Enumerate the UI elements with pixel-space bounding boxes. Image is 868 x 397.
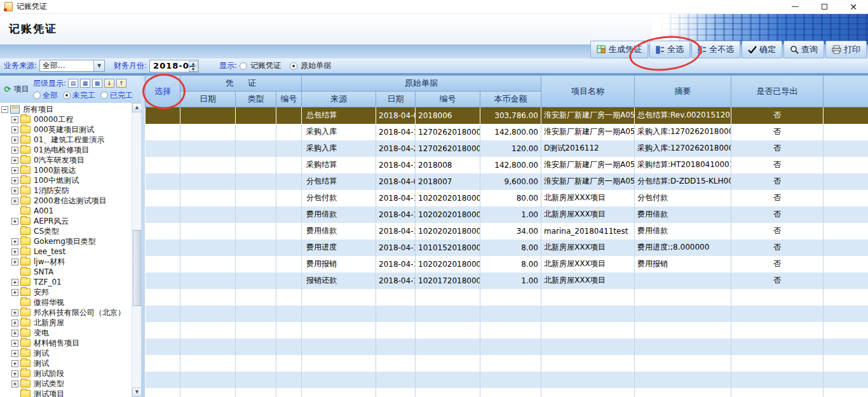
table-row[interactable]: 费用借款2018-04-1210202020180000101.00北新房屋XX… <box>146 206 868 223</box>
select-all-button[interactable]: 全选 <box>649 41 690 58</box>
expand-box-icon[interactable] <box>11 218 18 225</box>
tree-item[interactable]: 安邦 <box>0 287 132 297</box>
spin-up-icon[interactable]: ▲ <box>189 61 198 66</box>
table-row[interactable]: 分包付款2018-04-11102020201800000980.00北新房屋X… <box>146 190 868 206</box>
tree-item[interactable]: TZF_01 <box>0 277 132 287</box>
column-voucher-number[interactable]: 编号 <box>276 91 302 107</box>
expand-box-icon[interactable] <box>11 137 18 144</box>
table-row[interactable]: 采购入库2018-04-251270262018000007120.00D测试2… <box>146 140 868 157</box>
expand-box-icon[interactable] <box>11 350 18 357</box>
tree-item[interactable]: Lee_test <box>0 246 132 257</box>
tree-item[interactable]: 变电 <box>0 328 132 338</box>
expand-box-icon[interactable] <box>11 167 18 174</box>
expand-box-icon[interactable] <box>11 177 18 184</box>
query-button[interactable]: 查询 <box>783 41 824 58</box>
tree-item[interactable]: 邦永科技有限公司（北京） <box>0 307 132 318</box>
tree-root[interactable]: 所有项目 <box>0 104 132 114</box>
tree-item[interactable]: 测试 <box>0 348 132 358</box>
close-button[interactable]: ✕ <box>839 0 868 14</box>
tree-item[interactable]: 1000新视达 <box>0 165 132 175</box>
expand-box-icon[interactable] <box>11 187 18 194</box>
status-option-finished[interactable]: 已完工 <box>100 90 133 101</box>
column-exported[interactable]: 是否已导出 <box>731 76 824 107</box>
restore-button[interactable] <box>810 0 839 14</box>
tree-item[interactable]: 01热电检修项目 <box>0 145 132 155</box>
expand-box-icon[interactable] <box>11 126 18 133</box>
expand-box-icon[interactable] <box>11 289 18 296</box>
tree-item[interactable]: 100中燃测试 <box>0 175 132 185</box>
refresh-icon[interactable]: ⟳ <box>4 84 11 94</box>
tree-item[interactable]: 测试项目 <box>0 389 132 397</box>
minimize-button[interactable] <box>780 0 810 14</box>
column-summary[interactable]: 摘要 <box>635 76 731 107</box>
column-original-date[interactable]: 日期 <box>376 91 416 107</box>
table-row[interactable]: 报销还款2018-04-1210201720180000031.00北新房屋XX… <box>146 273 868 289</box>
table-row[interactable]: 分包结算2018-04-0920180079,600.00淮安新厂新建厂房一期A… <box>146 173 868 190</box>
table-row[interactable]: 采购入库2018-04-101270262018000005142,800.00… <box>146 124 868 140</box>
tree-item[interactable]: 测试阶段 <box>0 368 132 379</box>
tree-item[interactable]: 傲得华视 <box>0 297 132 307</box>
collapse-up-icon[interactable]: ↑ <box>116 79 126 88</box>
tree-item[interactable]: 测试类型 <box>0 379 132 389</box>
expand-box-icon[interactable] <box>11 279 18 286</box>
tree-item[interactable]: AEPR风云 <box>0 216 132 226</box>
expand-box-icon[interactable] <box>11 330 18 337</box>
expand-box-icon[interactable] <box>11 248 18 255</box>
expand-box-icon[interactable] <box>11 198 18 205</box>
column-project[interactable]: 项目名称 <box>541 76 635 107</box>
tree-item[interactable]: 2000君信达测试项目 <box>0 196 132 206</box>
display-option-original[interactable]: 原始单据 <box>290 60 331 71</box>
tree-item[interactable]: 1消防安防 <box>0 185 132 196</box>
business-source-select[interactable]: 全部... ▼ <box>39 60 105 72</box>
expand-box-icon[interactable] <box>11 309 18 316</box>
tree-item[interactable]: 000英建项目测试 <box>0 124 132 135</box>
print-button[interactable]: 打印 <box>825 41 867 58</box>
tree-item[interactable]: 测试 <box>0 358 132 368</box>
tree-scrollbar[interactable]: ▲ ▼ <box>132 103 141 397</box>
tree-item[interactable]: 00000工程 <box>0 114 132 124</box>
tree-item[interactable]: CS类型 <box>0 226 132 236</box>
tree-item[interactable]: 北新房屋 <box>0 318 132 328</box>
expand-box-icon[interactable] <box>11 157 18 164</box>
select-none-button[interactable]: 全不选 <box>691 41 740 58</box>
partial-view-icon[interactable]: ▦ <box>80 79 90 88</box>
tree-item[interactable]: SNTA <box>0 267 132 277</box>
column-voucher-date[interactable]: 日期 <box>180 91 236 107</box>
table-row[interactable]: 采购结算2018-04-102018008142,800.00淮安新厂新建厂房一… <box>146 157 868 173</box>
status-option-unfinished[interactable]: 未完工 <box>63 90 95 101</box>
scrollbar-thumb[interactable] <box>133 230 141 306</box>
expand-down-icon[interactable]: ↓ <box>104 79 114 88</box>
collapse-box-icon[interactable] <box>1 106 8 113</box>
tree-item[interactable]: A001 <box>0 206 132 216</box>
expand-box-icon[interactable] <box>11 320 18 326</box>
confirm-button[interactable]: 确定 <box>742 41 782 58</box>
table-row[interactable]: 费用报销2018-04-1210202020180000128.00北新房屋XX… <box>146 256 868 273</box>
expand-box-icon[interactable] <box>11 340 18 347</box>
spin-down-icon[interactable]: ▼ <box>189 67 198 72</box>
fiscal-month-spinner[interactable]: 2018-04 ▲ ▼ <box>149 60 199 72</box>
status-option-all[interactable]: 全部 <box>33 90 58 101</box>
table-row[interactable]: 费用进度2018-04-1210101520180000118.00北新房屋XX… <box>146 239 868 256</box>
column-source[interactable]: 来源 <box>302 91 376 107</box>
expand-box-icon[interactable] <box>11 380 18 387</box>
expand-box-icon[interactable] <box>11 370 18 377</box>
display-option-voucher[interactable]: 记账凭证 <box>240 60 281 71</box>
tree-view-icon[interactable]: ▤ <box>68 79 78 88</box>
scroll-down-icon[interactable]: ▼ <box>132 387 142 397</box>
expand-box-icon[interactable] <box>11 147 18 154</box>
expand-box-icon[interactable] <box>11 238 18 245</box>
dropdown-arrow-icon[interactable]: ▼ <box>93 60 104 71</box>
expand-box-icon[interactable] <box>11 360 18 367</box>
grid-view-icon[interactable]: ▩ <box>92 79 102 88</box>
column-voucher-type[interactable]: 类型 <box>236 91 276 107</box>
generate-voucher-button[interactable]: 生成凭证 <box>590 41 648 58</box>
column-original-number[interactable]: 编号 <box>416 91 480 107</box>
tree-item[interactable]: 01、建筑工程量演示 <box>0 135 132 145</box>
tree-item[interactable]: Gokemg项目类型 <box>0 236 132 246</box>
expand-box-icon[interactable] <box>11 116 18 123</box>
table-row[interactable]: 费用借款2018-04-12102020201800001134.00marin… <box>146 223 868 239</box>
tree-item[interactable]: ljw--材料 <box>0 257 132 267</box>
expand-box-icon[interactable] <box>11 259 18 266</box>
column-amount[interactable]: 本币金额 <box>480 91 541 107</box>
table-row[interactable]: 总包结算2018-04-092018006303,786.00淮安新厂新建厂房一… <box>146 107 868 124</box>
